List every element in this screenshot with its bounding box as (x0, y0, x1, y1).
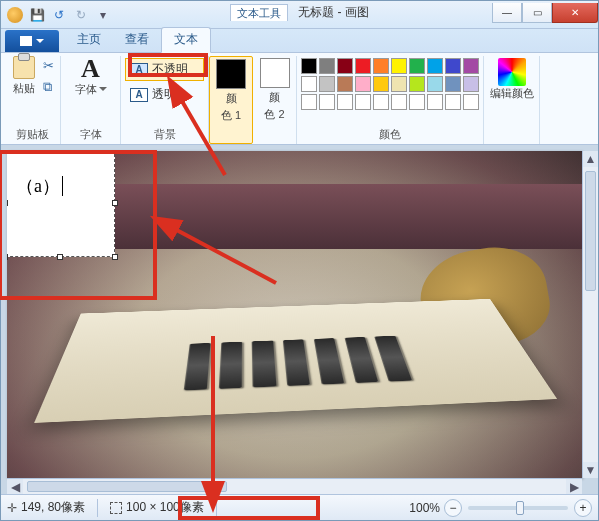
palette-swatch[interactable] (391, 58, 407, 74)
status-selection-size: 100 × 100像素 (110, 499, 204, 516)
transparent-label: 透明 (152, 86, 176, 103)
palette-swatch[interactable] (337, 76, 353, 92)
edit-colors-icon (498, 58, 526, 86)
palette-swatch[interactable] (463, 76, 479, 92)
hscroll-thumb[interactable] (27, 481, 227, 492)
zoom-out-button[interactable]: − (444, 499, 462, 517)
palette-swatch[interactable] (463, 58, 479, 74)
selection-size-icon (110, 502, 122, 514)
palette-swatch[interactable] (355, 58, 371, 74)
maximize-button[interactable]: ▭ (522, 3, 552, 23)
color2-swatch (260, 58, 290, 88)
palette-swatch[interactable] (337, 94, 353, 110)
paste-button[interactable]: 粘贴 (9, 56, 39, 96)
canvas-area: （a） ▲ ▼ ◀ ▶ (1, 145, 598, 494)
palette-swatch[interactable] (427, 76, 443, 92)
undo-icon[interactable]: ↺ (51, 7, 67, 23)
edit-colors-label: 编辑颜色 (490, 86, 534, 101)
close-button[interactable]: ✕ (552, 3, 598, 23)
palette-swatch[interactable] (301, 58, 317, 74)
resize-handle-bl[interactable] (7, 254, 8, 260)
opaque-label: 不透明 (152, 61, 188, 78)
palette-swatch[interactable] (301, 94, 317, 110)
canvas[interactable]: （a） (7, 151, 582, 478)
palette-row-1 (301, 58, 479, 74)
palette-swatch[interactable] (355, 76, 371, 92)
group-font: A 字体 字体 (61, 56, 121, 144)
background-opaque-button[interactable]: A 不透明 (125, 58, 204, 81)
scroll-right-icon[interactable]: ▶ (566, 479, 582, 494)
palette-swatch[interactable] (391, 94, 407, 110)
cursor-position-text: 149, 80像素 (21, 499, 85, 516)
scroll-up-icon[interactable]: ▲ (583, 151, 598, 167)
status-separator (216, 499, 217, 517)
tab-home[interactable]: 主页 (65, 28, 113, 52)
palette-swatch[interactable] (445, 58, 461, 74)
horizontal-scrollbar[interactable]: ◀ ▶ (7, 478, 582, 494)
palette-swatch[interactable] (319, 94, 335, 110)
color1-button[interactable]: 颜 色 1 (209, 56, 253, 144)
font-dropdown[interactable]: A 字体 (73, 56, 109, 96)
vscroll-thumb[interactable] (585, 171, 596, 291)
palette-swatch[interactable] (445, 94, 461, 110)
palette-swatch[interactable] (355, 94, 371, 110)
app-icon (7, 7, 23, 23)
color2-button[interactable]: 颜 色 2 (253, 56, 297, 144)
cut-icon[interactable]: ✂ (43, 58, 57, 73)
palette-swatch[interactable] (409, 76, 425, 92)
color1-label-l2: 色 1 (221, 108, 241, 123)
zoom-track[interactable] (468, 506, 568, 510)
minimize-button[interactable]: — (492, 3, 522, 23)
save-icon[interactable]: 💾 (29, 7, 45, 23)
app-window: 💾 ↺ ↻ ▾ 文本工具 无标题 - 画图 — ▭ ✕ 主页 查看 文本 (0, 0, 599, 521)
palette-swatch[interactable] (337, 58, 353, 74)
opaque-icon: A (130, 63, 148, 77)
zoom-in-button[interactable]: + (574, 499, 592, 517)
group-label-background: 背景 (125, 127, 204, 142)
resize-handle-tr[interactable] (112, 151, 118, 152)
redo-icon[interactable]: ↻ (73, 7, 89, 23)
resize-handle-mr[interactable] (112, 200, 118, 206)
cursor-position-icon (7, 501, 17, 515)
resize-handle-tl[interactable] (7, 151, 8, 152)
palette-row-3 (301, 94, 479, 110)
palette-swatch[interactable] (373, 58, 389, 74)
copy-icon[interactable]: ⧉ (43, 79, 57, 95)
text-box[interactable]: （a） (7, 151, 115, 257)
palette-swatch[interactable] (463, 94, 479, 110)
group-label-clipboard: 剪贴板 (9, 127, 56, 142)
palette-swatch[interactable] (409, 94, 425, 110)
palette-swatch[interactable] (301, 76, 317, 92)
palette-swatch[interactable] (373, 94, 389, 110)
palette-swatch[interactable] (445, 76, 461, 92)
tab-text[interactable]: 文本 (161, 27, 211, 53)
palette-swatch[interactable] (319, 76, 335, 92)
quick-access-toolbar: 💾 ↺ ↻ ▾ (1, 7, 117, 23)
photo-newspaper (34, 299, 557, 423)
scroll-down-icon[interactable]: ▼ (583, 462, 598, 478)
palette-swatch[interactable] (427, 58, 443, 74)
palette-swatch[interactable] (409, 58, 425, 74)
edit-colors-button[interactable]: 编辑颜色 (484, 56, 540, 144)
vertical-scrollbar[interactable]: ▲ ▼ (582, 151, 598, 478)
scroll-left-icon[interactable]: ◀ (7, 479, 23, 494)
font-label: 字体 (75, 82, 107, 97)
palette-swatch[interactable] (391, 76, 407, 92)
palette-swatch[interactable] (373, 76, 389, 92)
color1-swatch (216, 59, 246, 89)
background-transparent-button[interactable]: A 透明 (125, 83, 204, 106)
ribbon: 粘贴 ✂ ⧉ 剪贴板 A 字体 字体 A 不透明 (1, 53, 598, 145)
palette-swatch[interactable] (427, 94, 443, 110)
resize-handle-tm[interactable] (57, 151, 63, 152)
resize-handle-ml[interactable] (7, 200, 8, 206)
resize-handle-bm[interactable] (57, 254, 63, 260)
zoom-thumb[interactable] (516, 501, 524, 515)
status-separator (97, 499, 98, 517)
tab-view[interactable]: 查看 (113, 28, 161, 52)
text-box-content: （a） (16, 174, 60, 198)
contextual-tab-label: 文本工具 (230, 4, 288, 21)
qat-customize-icon[interactable]: ▾ (95, 7, 111, 23)
palette-swatch[interactable] (319, 58, 335, 74)
resize-handle-br[interactable] (112, 254, 118, 260)
file-menu-button[interactable] (5, 30, 59, 52)
